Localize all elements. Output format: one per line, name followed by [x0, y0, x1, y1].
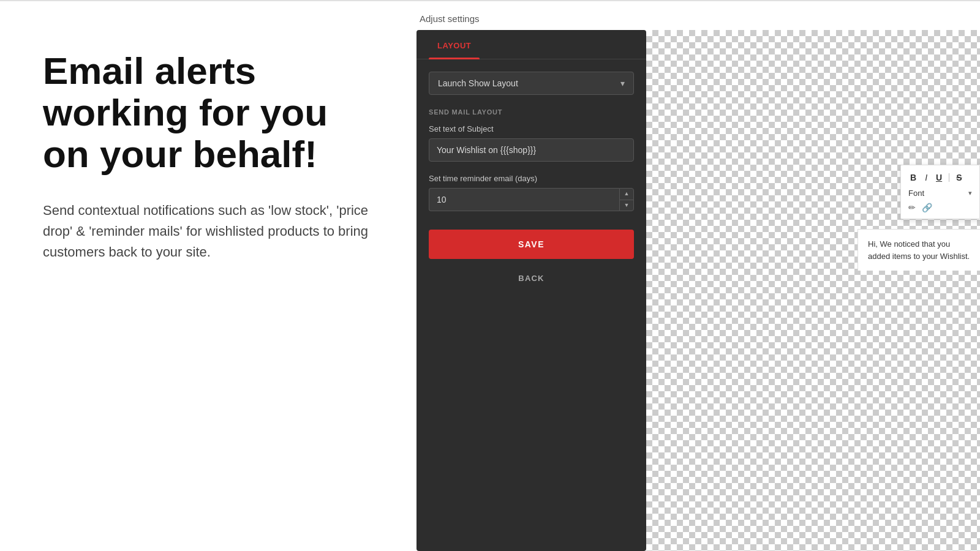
number-spinners: ▲ ▼ [619, 188, 634, 211]
hero-description: Send contextual notifications such as 'l… [43, 200, 380, 263]
italic-button[interactable]: I [923, 171, 929, 184]
hero-title: Email alerts working for you on your beh… [43, 50, 380, 176]
toolbar-action-row: ✏ 🔗 [908, 203, 972, 212]
panel-body: Launch Show Layout ▾ SEND MAIL LAYOUT Se… [417, 72, 646, 539]
marketing-section: Email alerts working for you on your beh… [0, 1, 417, 551]
tab-layout[interactable]: LAYOUT [429, 30, 480, 59]
adjust-settings-label: Adjust settings [420, 13, 980, 30]
main-content: Email alerts working for you on your beh… [0, 1, 980, 551]
layout-dropdown-text: Launch Show Layout [438, 78, 518, 88]
panel-tabs: LAYOUT [417, 30, 646, 59]
settings-panel: LAYOUT Launch Show Layout ▾ SEND MAIL LA… [417, 30, 646, 551]
time-reminder-input[interactable] [429, 188, 619, 211]
underline-button[interactable]: U [934, 171, 944, 184]
save-button[interactable]: SAVE [429, 230, 634, 259]
font-label: Font [908, 189, 924, 198]
time-reminder-wrapper: ▲ ▼ [429, 188, 634, 211]
time-reminder-label: Set time reminder email (days) [429, 174, 634, 183]
editor-toolbar: B I U S Font ▾ ✏ 🔗 [900, 165, 980, 219]
settings-area: Adjust settings LAYOUT Launch Show Layou… [417, 1, 980, 551]
spinner-down-button[interactable]: ▼ [620, 200, 633, 211]
subject-input[interactable] [429, 138, 634, 162]
layout-dropdown[interactable]: Launch Show Layout ▾ [429, 72, 634, 95]
email-preview-text: Hi, We noticed that you added items to y… [858, 229, 980, 271]
link-icon[interactable]: 🔗 [922, 203, 932, 212]
right-preview: B I U S Font ▾ ✏ 🔗 [646, 30, 980, 551]
toolbar-divider [949, 173, 949, 182]
font-dropdown-arrow[interactable]: ▾ [968, 189, 972, 197]
toolbar-format-row: B I U S [908, 171, 972, 184]
back-button[interactable]: BACK [429, 265, 634, 291]
panel-row: LAYOUT Launch Show Layout ▾ SEND MAIL LA… [417, 30, 980, 551]
subject-field-label: Set text of Subject [429, 124, 634, 133]
strikethrough-button[interactable]: S [954, 171, 963, 184]
pencil-icon[interactable]: ✏ [908, 203, 916, 212]
chevron-down-icon: ▾ [620, 78, 625, 88]
spinner-up-button[interactable]: ▲ [620, 189, 633, 200]
send-mail-label: SEND MAIL LAYOUT [429, 108, 634, 116]
bold-button[interactable]: B [908, 171, 918, 184]
toolbar-font-row: Font ▾ [908, 189, 972, 198]
email-preview-content: Hi, We noticed that you added items to y… [868, 239, 970, 261]
